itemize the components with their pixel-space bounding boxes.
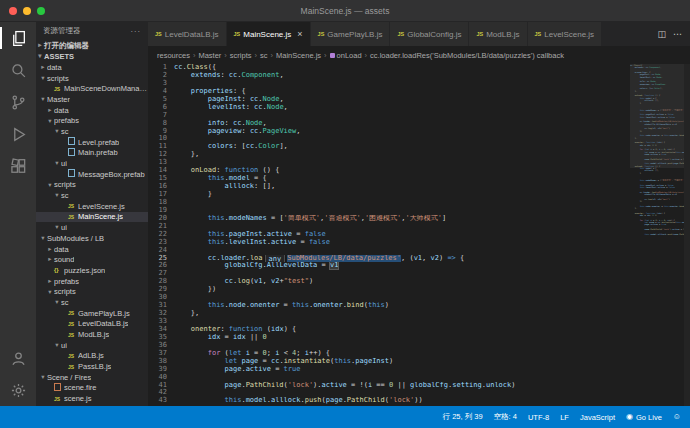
code-line[interactable]: 4 properties: {	[148, 88, 690, 96]
code-line[interactable]: 32 },	[148, 310, 690, 318]
tree-folder[interactable]: ▾sc	[36, 297, 148, 308]
code-line[interactable]: 3	[148, 80, 690, 88]
code-line[interactable]: 43 this.model.alllock.push(page.PathChil…	[148, 397, 690, 405]
code-line[interactable]: 36	[148, 342, 690, 350]
code-line[interactable]: 20 this.modeNames = ['简单模式','普通模式','困难模式…	[148, 215, 690, 223]
search-icon[interactable]	[0, 54, 36, 86]
minimize-button[interactable]	[23, 7, 31, 15]
code-line[interactable]: 15 this.model = {	[148, 175, 690, 183]
tree-folder[interactable]: ▸prefabs	[36, 276, 148, 287]
code-line[interactable]: 26 globalCfg.AllLevelData = v1	[148, 262, 690, 270]
explorer-icon[interactable]	[0, 22, 36, 54]
code-line[interactable]: 8 info: cc.Node,	[148, 120, 690, 128]
tree-folder[interactable]: ▾prefabs	[36, 115, 148, 126]
tree-folder[interactable]: ▸data	[36, 62, 148, 73]
code-line[interactable]: 34 onenter: function (idx) {	[148, 326, 690, 334]
code-line[interactable]: 21	[148, 223, 690, 231]
code-line[interactable]: 35 idx = idx || 0	[148, 334, 690, 342]
tree-folder[interactable]: ▾sc	[36, 126, 148, 137]
code-line[interactable]: 25 cc.loader.loaanySubModules/LB/data/pu…	[148, 255, 690, 263]
tree-folder[interactable]: ▾Master	[36, 94, 148, 105]
code-line[interactable]: 30	[148, 294, 690, 302]
tab-modlb-js[interactable]: JSModLB.js	[469, 22, 527, 46]
tab-leveldatalb-js[interactable]: JSLevelDataLB.js	[148, 22, 227, 46]
tab-levelscene-js[interactable]: JSLevelScene.js	[528, 22, 603, 46]
tree-folder[interactable]: ▸data	[36, 244, 148, 255]
code-line[interactable]: 42	[148, 389, 690, 397]
tree-file[interactable]: Level.prefab	[36, 137, 148, 148]
code-line[interactable]: 33	[148, 318, 690, 326]
tree-file[interactable]: MessageBox.prefab	[36, 169, 148, 180]
minimap[interactable]: cc.Class({ extends: cc.Component, proper…	[630, 64, 684, 406]
code-line[interactable]: 7	[148, 112, 690, 120]
open-editors-section[interactable]: ▸ 打开的编辑器	[36, 40, 148, 51]
breadcrumb-item[interactable]: resources	[157, 51, 190, 60]
extensions-icon[interactable]	[0, 150, 36, 182]
language-mode[interactable]: JavaScript	[580, 413, 615, 422]
breadcrumb-item[interactable]: scripts	[230, 51, 252, 60]
tree-folder[interactable]: ▾ui	[36, 158, 148, 169]
indentation[interactable]: 空格: 4	[494, 412, 517, 422]
code-line[interactable]: 13	[148, 159, 690, 167]
code-line[interactable]: 37 for (let i = 0; i < 4; i++) {	[148, 350, 690, 358]
encoding[interactable]: UTF-8	[528, 413, 549, 422]
tree-folder[interactable]: ▾ui	[36, 222, 148, 233]
code-line[interactable]: 12 },	[148, 151, 690, 159]
code-line[interactable]: 16 alllock: [],	[148, 183, 690, 191]
account-icon[interactable]	[0, 342, 36, 374]
tree-folder[interactable]: ▸data	[36, 105, 148, 116]
tree-file[interactable]: JSModLB.js	[36, 329, 148, 340]
code-line[interactable]: 31 this.node.onenter = this.onenter.bind…	[148, 302, 690, 310]
tree-file[interactable]: JSGamePlayLB.js	[36, 308, 148, 319]
code-line[interactable]: 6 levelInst: cc.Node,	[148, 104, 690, 112]
code-line[interactable]: 2 extends: cc.Component,	[148, 72, 690, 80]
close-button[interactable]	[9, 7, 17, 15]
tree-folder[interactable]: ▸sound	[36, 254, 148, 265]
tree-file[interactable]: JSLevelScene.js	[36, 201, 148, 212]
source-control-icon[interactable]	[0, 86, 36, 118]
code-line[interactable]: 5 pageInst: cc.Node,	[148, 96, 690, 104]
tree-file[interactable]: {}puzzles.json	[36, 265, 148, 276]
breadcrumb-item[interactable]: Master	[198, 51, 221, 60]
breadcrumb-item[interactable]: cc.loader.loadRes('SubModules/LB/data/pu…	[370, 51, 564, 60]
code-editor[interactable]: 1cc.Class({2 extends: cc.Component,34 pr…	[148, 64, 690, 406]
code-line[interactable]: 38 let page = cc.instantiate(this.pageIn…	[148, 358, 690, 366]
editor-scrollbar[interactable]	[684, 64, 690, 406]
tree-folder[interactable]: ▾SubModules / LB	[36, 233, 148, 244]
breadcrumb-item[interactable]: sc	[260, 51, 268, 60]
tree-file[interactable]: JSPassLB.js	[36, 361, 148, 372]
code-line[interactable]: 27	[148, 270, 690, 278]
tree-folder[interactable]: ▾scripts	[36, 73, 148, 84]
cursor-position[interactable]: 行 25, 列 39	[443, 412, 483, 422]
tab-gameplaylb-js[interactable]: JSGamePlayLB.js	[311, 22, 391, 46]
assets-section[interactable]: ▾ ASSETS	[36, 51, 148, 62]
more-actions-icon[interactable]: ⋯	[673, 29, 682, 39]
tree-file[interactable]: Main.prefab	[36, 148, 148, 159]
tab-globalconfig-js[interactable]: JSGlobalConfig.js	[390, 22, 469, 46]
code-line[interactable]: 10	[148, 135, 690, 143]
code-line[interactable]: 1cc.Class({	[148, 64, 690, 72]
tree-file[interactable]: JSMainScene.js	[36, 212, 148, 223]
tree-folder[interactable]: ▾scripts	[36, 180, 148, 191]
tree-file[interactable]: JSLevelDataLB.js	[36, 319, 148, 330]
tree-file[interactable]: JSMainSceneDownManager.js	[36, 83, 148, 94]
tree-file[interactable]: JSAdLB.js	[36, 351, 148, 362]
code-line[interactable]: 9 pageview: cc.PageView,	[148, 128, 690, 136]
tree-folder[interactable]: ▾Scene / Fires	[36, 372, 148, 383]
code-line[interactable]: 11 colors: [cc.Color],	[148, 143, 690, 151]
code-line[interactable]: 17 }	[148, 191, 690, 199]
code-line[interactable]: 40	[148, 374, 690, 382]
code-line[interactable]: 39 page.active = true	[148, 366, 690, 374]
code-line[interactable]: 29 })	[148, 286, 690, 294]
code-line[interactable]: 14 onLoad: function () {	[148, 167, 690, 175]
tree-folder[interactable]: ▾scripts	[36, 286, 148, 297]
tree-file[interactable]: scene.fire	[36, 383, 148, 394]
settings-gear-icon[interactable]	[0, 374, 36, 406]
go-live[interactable]: ◉Go Live	[626, 413, 662, 422]
tree-folder[interactable]: ▾ui	[36, 340, 148, 351]
code-line[interactable]: 19	[148, 207, 690, 215]
tab-mainscene-js[interactable]: JSMainScene.js×	[227, 22, 311, 46]
zoom-button[interactable]	[37, 7, 45, 15]
minimap-slider[interactable]	[630, 64, 684, 168]
eol[interactable]: LF	[560, 413, 569, 422]
